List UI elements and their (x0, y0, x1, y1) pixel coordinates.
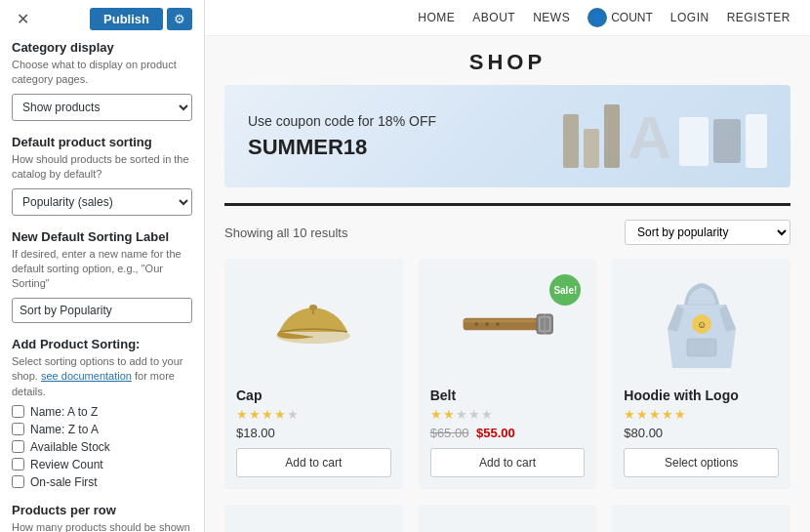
banner-text: Use coupon code for 18% OFF SUMMER18 (248, 113, 436, 160)
shop-divider (224, 203, 790, 206)
left-panel: ✕ Publish ⚙ Category display Choose what… (0, 0, 205, 532)
shop-title: SHOP (224, 36, 790, 85)
category-display-section: Category display Choose what to display … (12, 40, 192, 121)
sort-checkbox-onsale[interactable] (12, 475, 24, 488)
default-sorting-desc: How should products be sorted in the cat… (12, 152, 192, 183)
sort-option-name-za[interactable]: Name: Z to A (12, 423, 192, 436)
sort-option-available-stock[interactable]: Available Stock (12, 440, 192, 454)
add-to-cart-belt[interactable]: Add to cart (430, 448, 586, 477)
star-5: ★ (481, 407, 493, 422)
svg-point-1 (309, 305, 317, 310)
star-4: ★ (274, 407, 286, 422)
star-2: ★ (636, 407, 648, 422)
documentation-link[interactable]: see documentation (41, 370, 132, 382)
sorting-label-desc: If desired, enter a new name for the def… (12, 247, 192, 292)
star-1: ★ (430, 407, 442, 422)
product-stars-hoodie: ★ ★ ★ ★ ★ (624, 407, 779, 422)
close-button[interactable]: ✕ (12, 8, 34, 30)
banner-coupon-text: Use coupon code for 18% OFF (248, 113, 436, 129)
banner-box-3 (604, 104, 620, 168)
site-nav: HOME ABOUT NEWS 👤 COUNT LOGIN REGISTER (205, 0, 810, 36)
sort-checkbox-name-za[interactable] (12, 423, 24, 435)
category-display-title: Category display (12, 40, 192, 55)
star-2: ★ (443, 407, 455, 422)
star-1: ★ (236, 407, 248, 422)
product-price-belt: $65.00 $55.00 (430, 426, 586, 440)
cap-svg (269, 290, 357, 358)
promo-banner: Use coupon code for 18% OFF SUMMER18 A (224, 85, 790, 187)
sort-checkbox-name-az[interactable] (12, 405, 24, 418)
sort-checkbox-review[interactable] (12, 458, 24, 471)
banner-coupon-code: SUMMER18 (248, 135, 436, 160)
account-icon: 👤 (587, 8, 607, 27)
default-sorting-title: Default product sorting (12, 135, 192, 149)
star-2: ★ (249, 407, 261, 422)
add-sorting-title: Add Product Sorting: (12, 337, 192, 351)
star-1: ★ (624, 407, 635, 422)
publish-group: Publish ⚙ (90, 8, 192, 30)
star-3: ★ (456, 407, 467, 422)
product-name-cap: Cap (236, 388, 391, 403)
right-panel: HOME ABOUT NEWS 👤 COUNT LOGIN REGISTER S… (205, 0, 810, 532)
shop-content: SHOP Use coupon code for 18% OFF SUMMER1… (205, 36, 810, 532)
sort-checkbox-stock[interactable] (12, 440, 24, 453)
nav-count[interactable]: COUNT (611, 11, 653, 24)
sort-option-review-count[interactable]: Review Count (12, 458, 192, 471)
star-3: ★ (649, 407, 661, 422)
shop-toolbar: Showing all 10 results Sort by popularit… (224, 220, 790, 245)
star-5: ★ (674, 407, 686, 422)
banner-box-1 (563, 114, 579, 168)
product-name-hoodie: Hoodie with Logo (624, 388, 779, 403)
product-card-cap: Cap ★ ★ ★ ★ ★ $18.00 Add to cart (224, 259, 403, 489)
results-count: Showing all 10 results (224, 225, 347, 240)
banner-dark-box (713, 119, 741, 163)
add-to-cart-cap[interactable]: Add to cart (236, 448, 391, 477)
products-per-row-title: Products per row (12, 503, 192, 517)
nav-register[interactable]: REGISTER (727, 11, 790, 24)
add-sorting-section: Add Product Sorting: Select sorting opti… (12, 337, 192, 489)
product-card-belt: Sale! Belt (419, 259, 597, 489)
products-per-row-desc: How many products should be shown per ro… (12, 520, 192, 532)
banner-decoration: A (563, 104, 767, 168)
svg-point-9 (496, 322, 500, 326)
nav-account[interactable]: 👤 COUNT (587, 8, 653, 27)
product-image-belt: Sale! (430, 270, 586, 378)
select-options-hoodie[interactable]: Select options (624, 448, 779, 477)
svg-rect-3 (464, 319, 539, 322)
sorting-label-input[interactable] (12, 298, 192, 323)
banner-white-cylinder (679, 117, 709, 166)
sorting-label-title: New Default Sorting Label (12, 229, 192, 244)
default-sorting-section: Default product sorting How should produ… (12, 135, 192, 216)
gear-button[interactable]: ⚙ (167, 8, 192, 30)
nav-about[interactable]: ABOUT (472, 11, 515, 24)
add-sorting-desc: Select sorting options to add to your sh… (12, 354, 192, 399)
banner-letter-a: A (628, 107, 671, 168)
publish-button[interactable]: Publish (90, 8, 163, 30)
sort-option-on-sale[interactable]: On-sale First (12, 475, 192, 489)
product-grid-partial (224, 505, 790, 532)
product-image-cap (236, 270, 391, 378)
banner-box-2 (584, 129, 599, 168)
product-grid: Cap ★ ★ ★ ★ ★ $18.00 Add to cart Sale! (224, 259, 790, 489)
hoodie-svg: ☺ (663, 275, 741, 373)
default-sorting-select[interactable]: Popularity (sales) Average rating Latest… (12, 188, 192, 216)
nav-home[interactable]: HOME (418, 11, 455, 24)
svg-text:☺: ☺ (697, 319, 707, 330)
product-price-hoodie: $80.00 (624, 426, 779, 440)
nav-login[interactable]: LOGIN (670, 11, 709, 24)
category-display-select[interactable]: Show products Show subcategories Show bo… (12, 94, 192, 121)
product-stars-cap: ★ ★ ★ ★ ★ (236, 407, 391, 422)
sort-select[interactable]: Sort by popularity Sort by latest Sort b… (625, 220, 790, 245)
sale-badge-belt: Sale! (549, 274, 581, 306)
product-image-hoodie: ☺ (624, 270, 779, 378)
product-name-belt: Belt (430, 388, 586, 403)
product-card-hoodie: ☺ Hoodie with Logo ★ ★ ★ ★ ★ $80.00 Sele… (612, 259, 790, 489)
svg-rect-10 (687, 339, 716, 356)
partial-product-2 (419, 505, 597, 532)
nav-news[interactable]: NEWS (533, 11, 570, 24)
category-display-desc: Choose what to display on product catego… (12, 58, 192, 88)
product-price-cap: $18.00 (236, 426, 391, 440)
products-per-row-section: Products per row How many products shoul… (12, 503, 192, 532)
belt-svg (459, 300, 556, 348)
sort-option-name-az[interactable]: Name: A to Z (12, 405, 192, 419)
